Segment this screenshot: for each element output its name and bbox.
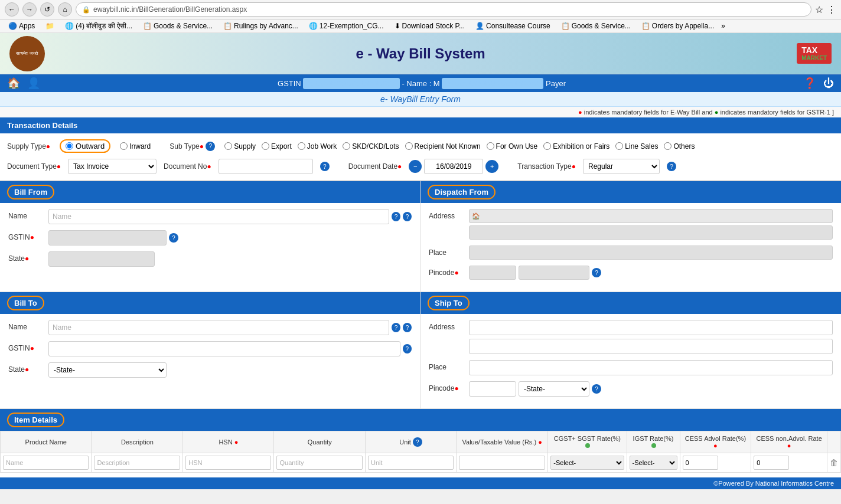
- ownuse-radio[interactable]: [487, 142, 494, 150]
- supply-radio[interactable]: [224, 142, 232, 150]
- transaction-details-body: Supply Type● Outward Inward Sub Type● ? …: [0, 133, 841, 181]
- item-delete-btn[interactable]: 🗑: [830, 458, 838, 467]
- bill-from-gstin-info[interactable]: ?: [169, 233, 178, 243]
- ship-to-state-select[interactable]: -State-: [519, 381, 589, 397]
- transaction-type-select[interactable]: Regular Bill To - Ship To Bill From - Di…: [583, 159, 660, 174]
- item-details-section: Item Details Product Name Description HS…: [0, 408, 841, 477]
- transaction-section-header: Transaction Details: [0, 117, 841, 133]
- bill-to-name-info1[interactable]: ?: [392, 323, 400, 332]
- ship-to-address-input1[interactable]: [469, 320, 833, 335]
- unit-info-icon[interactable]: ?: [413, 437, 422, 447]
- bill-from-name-input[interactable]: [48, 209, 389, 224]
- item-hsn-input[interactable]: [185, 456, 271, 470]
- linesales-radio-option[interactable]: Line Sales: [615, 142, 658, 150]
- bookmark-bollywood[interactable]: 🌐 (4) बॉलीवुड की ऐसी...: [61, 21, 136, 31]
- bill-to-gstin-input[interactable]: [48, 341, 400, 356]
- recipient-radio-option[interactable]: Recipient Not Known: [405, 142, 481, 150]
- exhibition-radio[interactable]: [543, 142, 551, 150]
- bill-from-state-row: State●: [8, 251, 412, 267]
- col-value: Value/Taxable Value (Rs.) ●: [457, 431, 548, 453]
- bill-from-gstin-wrap: ?: [48, 230, 412, 246]
- help-nav-icon[interactable]: ❓: [803, 77, 816, 90]
- skd-radio[interactable]: [343, 142, 350, 150]
- bookmark-exemption-label: 12-Exemption_CG...: [320, 22, 384, 30]
- bill-from-section: Bill From Name ? ? GSTIN● ?: [0, 181, 420, 292]
- jobwork-radio-option[interactable]: Job Work: [298, 142, 337, 150]
- ship-to-pincode-info[interactable]: ?: [592, 384, 601, 394]
- bookmark-goods2[interactable]: 📋 Goods & Service...: [558, 21, 634, 31]
- outward-radio-circled[interactable]: Outward: [60, 139, 110, 153]
- item-product-name-input[interactable]: [3, 456, 89, 470]
- ship-to-address-label: Address: [429, 320, 464, 331]
- home-nav-icon[interactable]: 🏠: [7, 77, 20, 90]
- export-radio[interactable]: [262, 142, 269, 150]
- date-minus-btn[interactable]: −: [409, 160, 422, 173]
- date-plus-btn[interactable]: +: [485, 160, 498, 173]
- recipient-radio[interactable]: [405, 142, 413, 150]
- transaction-type-info-icon[interactable]: ?: [667, 162, 676, 171]
- back-button[interactable]: ←: [5, 2, 19, 17]
- forward-button[interactable]: →: [22, 2, 37, 17]
- supply-radio-option[interactable]: Supply: [224, 142, 256, 150]
- export-radio-option[interactable]: Export: [262, 142, 292, 150]
- bookmark-goods1[interactable]: 📋 Goods & Service...: [139, 21, 216, 31]
- menu-icon[interactable]: ⋮: [827, 4, 836, 15]
- dispatch-pincode-info[interactable]: ?: [592, 268, 601, 277]
- doc-no-input[interactable]: [219, 159, 313, 174]
- refresh-button[interactable]: ↺: [40, 2, 54, 17]
- item-cess-advol-input[interactable]: [683, 456, 718, 470]
- doc-no-info-icon[interactable]: ?: [320, 162, 330, 171]
- star-icon[interactable]: ☆: [815, 4, 823, 15]
- red-dot-note: ●: [578, 109, 582, 116]
- bill-from-state-select[interactable]: [48, 251, 155, 267]
- power-nav-icon[interactable]: ⏻: [823, 77, 834, 90]
- site-footer: ©Powered By National Informatics Centre: [0, 477, 841, 489]
- bookmark-folder[interactable]: 📁: [42, 21, 58, 31]
- bill-to-gstin-info[interactable]: ?: [403, 344, 412, 354]
- ship-to-pincode-input[interactable]: [469, 381, 516, 397]
- export-label: Export: [271, 142, 292, 150]
- url-bar[interactable]: 🔒 ewaybill.nic.in/BillGeneration/BillGen…: [76, 2, 811, 17]
- item-description-input[interactable]: [94, 456, 180, 470]
- skd-label: SKD/CKD/Lots: [352, 142, 399, 150]
- home-button[interactable]: ⌂: [58, 2, 72, 17]
- inward-radio[interactable]: [120, 142, 128, 150]
- sub-type-info-icon[interactable]: ?: [206, 142, 215, 151]
- bill-from-name-info2[interactable]: ?: [403, 212, 412, 221]
- bookmark-rulings[interactable]: 📋 Rulings by Advanc...: [220, 21, 302, 31]
- bookmark-consultease[interactable]: 👤 Consultease Course: [472, 21, 554, 31]
- supply-type-required: ●: [46, 142, 50, 150]
- bill-to-name-input[interactable]: [48, 320, 389, 335]
- ship-to-place-input[interactable]: [469, 360, 833, 375]
- more-bookmarks[interactable]: »: [721, 22, 725, 30]
- bill-from-name-info1[interactable]: ?: [392, 212, 400, 221]
- exhibition-radio-option[interactable]: Exhibition or Fairs: [543, 142, 609, 150]
- bookmark-download[interactable]: ⬇ Download Stock P...: [391, 21, 469, 31]
- item-cess-nonadv-input[interactable]: [754, 456, 789, 470]
- others-radio[interactable]: [664, 142, 672, 150]
- inward-radio-option[interactable]: Inward: [120, 142, 151, 150]
- user-nav-icon[interactable]: 👤: [27, 77, 40, 90]
- skd-radio-option[interactable]: SKD/CKD/Lots: [343, 142, 399, 150]
- item-quantity-input[interactable]: [276, 456, 363, 470]
- bill-from-gstin-input[interactable]: [48, 230, 167, 246]
- linesales-radio[interactable]: [615, 142, 623, 150]
- outward-radio[interactable]: [66, 142, 73, 150]
- ownuse-radio-option[interactable]: For Own Use: [487, 142, 538, 150]
- doc-type-select[interactable]: Tax Invoice Bill of Supply Challan Credi…: [68, 159, 157, 174]
- jobwork-radio[interactable]: [298, 142, 305, 150]
- bookmark-orders[interactable]: 📋 Orders by Appella...: [638, 21, 718, 31]
- dispatch-address-line1: 🏠: [469, 209, 833, 223]
- bookmark-apps[interactable]: 🔵 Apps: [5, 21, 38, 31]
- item-cgst-select[interactable]: -Select- 00.251.5 3512 1828: [550, 456, 624, 470]
- ship-to-address-input2[interactable]: [469, 339, 833, 354]
- item-unit-input[interactable]: [368, 456, 454, 470]
- item-igst-select[interactable]: -Select- 00.251.5 3512 1828: [630, 456, 677, 470]
- others-radio-option[interactable]: Others: [664, 142, 695, 150]
- bill-to-name-info2[interactable]: ?: [403, 323, 412, 332]
- bookmark-exemption[interactable]: 🌐 12-Exemption_CG...: [305, 21, 387, 31]
- dispatch-pincode-label: Pincode●: [429, 266, 464, 277]
- item-value-input[interactable]: [459, 456, 545, 470]
- bill-to-state-select[interactable]: -State-: [48, 362, 167, 378]
- doc-date-input[interactable]: [424, 159, 483, 174]
